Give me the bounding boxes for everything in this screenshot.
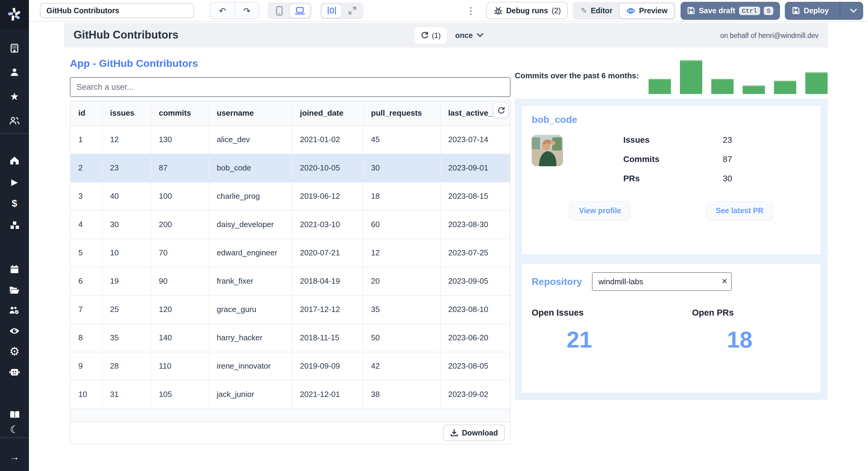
sidebar-item-arrow-right[interactable]: → xyxy=(0,447,29,467)
table-cell: alice_dev xyxy=(209,125,292,154)
sidebar-item-calendar[interactable] xyxy=(0,260,29,279)
open-issues-value: 21 xyxy=(567,327,692,353)
table-cell: 20 xyxy=(363,267,440,295)
table-row[interactable]: 1031105jack_junior2021-12-01382023-09-02 xyxy=(70,380,510,408)
table-cell: 38 xyxy=(363,380,440,408)
table-cell: 45 xyxy=(363,125,440,154)
save-draft-button[interactable]: Save draft Ctrl S xyxy=(681,1,780,20)
debug-runs-button[interactable]: Debug runs(2) xyxy=(486,2,568,19)
table-cell: 2023-06-20 xyxy=(440,324,510,352)
table-row[interactable]: 725120grace_guru2017-12-12352023-08-10 xyxy=(70,295,510,324)
table-refresh-button[interactable] xyxy=(493,102,509,118)
table-row[interactable]: 51070edward_engineer2020-07-21122023-07-… xyxy=(70,238,510,267)
on-behalf-text: on behalf of henri@windmill.dev xyxy=(720,32,818,39)
center-layout-button[interactable] xyxy=(321,3,342,18)
deploy-button[interactable]: Deploy xyxy=(785,1,863,20)
column-header-joined_date: joined_date xyxy=(292,101,363,125)
clear-input-icon[interactable]: × xyxy=(721,275,727,288)
detail-panel: bob_code xyxy=(515,99,828,400)
table-row[interactable]: 835140harry_hacker2018-11-15502023-06-20 xyxy=(70,324,510,352)
left-column: App - GitHub Contributors idissuescommit… xyxy=(70,57,510,444)
table-cell: 35 xyxy=(363,295,440,324)
table-row[interactable]: 340100charlie_prog2019-06-12182023-08-15 xyxy=(70,182,510,210)
sidebar-item-folder[interactable] xyxy=(0,280,29,299)
arrow-right-icon: → xyxy=(10,452,19,463)
preview-tab[interactable]: Preview xyxy=(619,3,675,19)
eye-icon xyxy=(626,7,635,14)
sidebar-item-gear[interactable]: ⚙ xyxy=(0,341,29,361)
app-canvas: GitHub Contributors (1) once on behalf o… xyxy=(29,22,868,471)
chevron-down-icon xyxy=(477,33,484,37)
table-cell: 140 xyxy=(151,324,209,352)
table-cell: frank_fixer xyxy=(209,267,292,295)
table-cell: 2023-07-25 xyxy=(440,238,510,267)
sidebar-item-moon[interactable]: ☾ xyxy=(0,420,29,439)
table-cell: 9 xyxy=(70,352,102,380)
redo-button[interactable]: ↷ xyxy=(235,2,258,19)
sidebar-item-eye[interactable] xyxy=(0,321,29,340)
table-row[interactable]: 112130alice_dev2021-01-02452023-07-14 xyxy=(70,125,510,154)
chart-bar xyxy=(711,79,734,94)
left-sidebar: ★▶$⚙☾→ xyxy=(0,0,29,471)
sidebar-item-users[interactable] xyxy=(0,111,29,130)
table-cell: 2021-12-01 xyxy=(292,380,363,408)
desktop-view-button[interactable] xyxy=(289,3,310,18)
table-cell: 2018-04-19 xyxy=(292,267,363,295)
mobile-view-button[interactable] xyxy=(269,3,289,18)
undo-button[interactable]: ↶ xyxy=(210,2,235,19)
table-cell: 105 xyxy=(151,380,209,408)
mobile-icon xyxy=(276,6,282,15)
table-cell: 130 xyxy=(151,125,209,154)
open-prs-label: Open PRs xyxy=(692,308,811,317)
table-cell: 50 xyxy=(363,324,440,352)
play-icon: ▶ xyxy=(11,177,18,187)
table-row[interactable]: 430200daisy_developer2021-03-10602023-08… xyxy=(70,210,510,238)
app-refresh-button[interactable]: (1) xyxy=(415,27,447,44)
table-row[interactable]: 22387bob_code2020-10-05302023-09-01 xyxy=(70,154,510,182)
column-header-username: username xyxy=(209,101,292,125)
sidebar-item-user[interactable] xyxy=(0,63,29,82)
table-row[interactable]: 61990frank_fixer2018-04-19202023-09-05 xyxy=(70,267,510,295)
table-cell: bob_code xyxy=(209,154,292,182)
save-icon xyxy=(792,7,800,14)
sidebar-item-dollar[interactable]: $ xyxy=(0,194,29,213)
download-icon xyxy=(451,429,458,437)
app-body: App - GitHub Contributors idissuescommit… xyxy=(70,57,828,444)
sidebar-item-building[interactable] xyxy=(0,38,29,58)
table-footer: Download xyxy=(70,422,510,444)
save-icon xyxy=(687,7,695,14)
table-cell: 35 xyxy=(102,324,151,352)
app-title-input[interactable] xyxy=(40,3,194,18)
table-row[interactable]: 928110irene_innovator2019-09-09422023-08… xyxy=(70,352,510,380)
table-cell: 100 xyxy=(151,182,209,210)
table-cell: charlie_prog xyxy=(209,182,292,210)
top-toolbar: ↶ ↷ ⋮ Debug runs(2) xyxy=(29,0,868,22)
download-button[interactable]: Download xyxy=(443,425,505,441)
fullscreen-button[interactable] xyxy=(342,3,362,18)
repository-input[interactable] xyxy=(592,272,732,291)
table-cell: grace_guru xyxy=(209,295,292,324)
sidebar-item-cubes[interactable] xyxy=(0,215,29,235)
table-empty-strip xyxy=(70,409,510,422)
chevron-down-icon xyxy=(850,8,857,13)
sidebar-item-star[interactable]: ★ xyxy=(0,87,29,106)
commits-chart: Commits over the past 6 months: xyxy=(515,57,828,94)
table-cell: 10 xyxy=(102,238,151,267)
refresh-icon xyxy=(497,106,505,114)
more-options-button[interactable]: ⋮ xyxy=(464,5,478,16)
table-cell: 3 xyxy=(70,182,102,210)
table-cell: irene_innovator xyxy=(209,352,292,380)
sidebar-item-user-cog[interactable] xyxy=(0,301,29,320)
view-profile-button[interactable]: View profile xyxy=(569,201,631,221)
cubes-icon xyxy=(9,221,20,230)
windmill-logo-icon[interactable] xyxy=(0,0,29,29)
schedule-select[interactable]: once xyxy=(455,31,484,39)
see-latest-pr-button[interactable]: See latest PR xyxy=(706,201,773,221)
search-input[interactable] xyxy=(70,77,510,97)
editor-tab[interactable]: ✎ Editor xyxy=(574,3,619,19)
sidebar-item-play[interactable]: ▶ xyxy=(0,172,29,192)
sidebar-item-robot[interactable] xyxy=(0,362,29,381)
sidebar-item-home[interactable] xyxy=(0,150,29,170)
app-header-title: GitHub Contributors xyxy=(73,29,179,41)
deploy-dropdown-button[interactable] xyxy=(844,1,863,20)
